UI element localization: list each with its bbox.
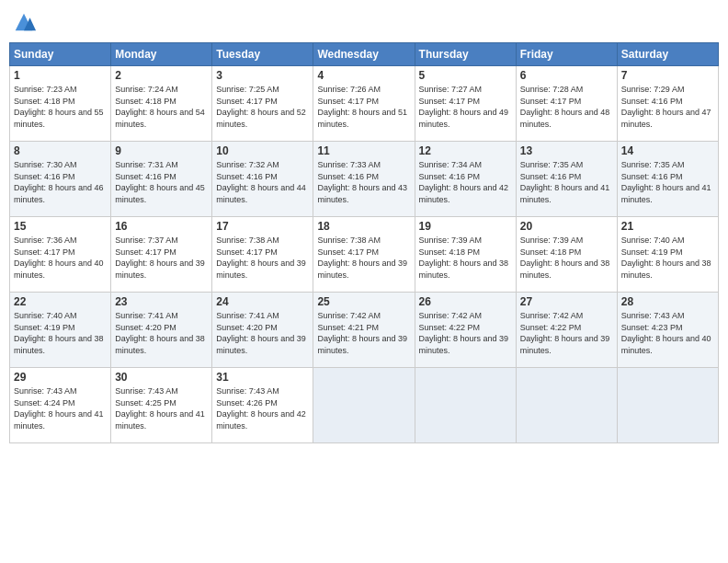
calendar-cell: 28 Sunrise: 7:43 AM Sunset: 4:23 PM Dayl… (617, 293, 718, 368)
calendar-cell: 12 Sunrise: 7:34 AM Sunset: 4:16 PM Dayl… (415, 142, 516, 217)
calendar-cell: 10 Sunrise: 7:32 AM Sunset: 4:16 PM Dayl… (212, 142, 313, 217)
calendar-cell: 1 Sunrise: 7:23 AM Sunset: 4:18 PM Dayli… (10, 66, 111, 142)
day-number: 5 (419, 69, 512, 82)
day-of-week-header: Tuesday (212, 43, 313, 66)
calendar-week-row: 1 Sunrise: 7:23 AM Sunset: 4:18 PM Dayli… (10, 66, 719, 142)
day-number: 8 (14, 144, 107, 157)
cell-info: Sunrise: 7:43 AM Sunset: 4:26 PM Dayligh… (216, 385, 309, 431)
day-number: 26 (419, 295, 512, 308)
calendar-cell: 18 Sunrise: 7:38 AM Sunset: 4:17 PM Dayl… (313, 217, 415, 293)
calendar-week-row: 15 Sunrise: 7:36 AM Sunset: 4:17 PM Dayl… (10, 217, 719, 293)
logo (9, 9, 37, 35)
cell-info: Sunrise: 7:36 AM Sunset: 4:17 PM Dayligh… (14, 235, 107, 281)
calendar-cell: 21 Sunrise: 7:40 AM Sunset: 4:19 PM Dayl… (617, 217, 718, 293)
cell-info: Sunrise: 7:37 AM Sunset: 4:17 PM Dayligh… (115, 235, 208, 281)
cell-info: Sunrise: 7:41 AM Sunset: 4:20 PM Dayligh… (216, 310, 309, 356)
calendar-week-row: 22 Sunrise: 7:40 AM Sunset: 4:19 PM Dayl… (10, 293, 719, 368)
day-of-week-header: Monday (111, 43, 212, 66)
calendar-cell: 8 Sunrise: 7:30 AM Sunset: 4:16 PM Dayli… (10, 142, 111, 217)
cell-info: Sunrise: 7:30 AM Sunset: 4:16 PM Dayligh… (14, 159, 107, 205)
cell-info: Sunrise: 7:23 AM Sunset: 4:18 PM Dayligh… (14, 84, 107, 130)
day-of-week-header: Friday (516, 43, 617, 66)
day-number: 4 (317, 69, 410, 82)
day-number: 29 (14, 371, 107, 384)
cell-info: Sunrise: 7:25 AM Sunset: 4:17 PM Dayligh… (216, 84, 309, 130)
day-number: 21 (621, 220, 714, 233)
calendar-cell: 4 Sunrise: 7:26 AM Sunset: 4:17 PM Dayli… (313, 66, 415, 142)
calendar-cell: 14 Sunrise: 7:35 AM Sunset: 4:16 PM Dayl… (617, 142, 718, 217)
day-number: 7 (621, 69, 714, 82)
cell-info: Sunrise: 7:43 AM Sunset: 4:25 PM Dayligh… (115, 385, 208, 431)
day-number: 28 (621, 295, 714, 308)
day-number: 19 (419, 220, 512, 233)
day-number: 30 (115, 371, 208, 384)
day-number: 10 (216, 144, 309, 157)
calendar-cell: 9 Sunrise: 7:31 AM Sunset: 4:16 PM Dayli… (111, 142, 212, 217)
day-number: 14 (621, 144, 714, 157)
cell-info: Sunrise: 7:43 AM Sunset: 4:23 PM Dayligh… (621, 310, 714, 356)
cell-info: Sunrise: 7:29 AM Sunset: 4:16 PM Dayligh… (621, 84, 714, 130)
cell-info: Sunrise: 7:38 AM Sunset: 4:17 PM Dayligh… (317, 235, 410, 281)
calendar-cell: 7 Sunrise: 7:29 AM Sunset: 4:16 PM Dayli… (617, 66, 718, 142)
calendar-cell: 31 Sunrise: 7:43 AM Sunset: 4:26 PM Dayl… (212, 368, 313, 443)
calendar-week-row: 29 Sunrise: 7:43 AM Sunset: 4:24 PM Dayl… (10, 368, 719, 443)
calendar-cell: 16 Sunrise: 7:37 AM Sunset: 4:17 PM Dayl… (111, 217, 212, 293)
calendar-week-row: 8 Sunrise: 7:30 AM Sunset: 4:16 PM Dayli… (10, 142, 719, 217)
calendar-cell: 2 Sunrise: 7:24 AM Sunset: 4:18 PM Dayli… (111, 66, 212, 142)
day-number: 12 (419, 144, 512, 157)
day-number: 20 (520, 220, 613, 233)
cell-info: Sunrise: 7:35 AM Sunset: 4:16 PM Dayligh… (520, 159, 613, 205)
cell-info: Sunrise: 7:43 AM Sunset: 4:24 PM Dayligh… (14, 385, 107, 431)
day-of-week-header: Wednesday (313, 43, 415, 66)
calendar-cell: 15 Sunrise: 7:36 AM Sunset: 4:17 PM Dayl… (10, 217, 111, 293)
cell-info: Sunrise: 7:38 AM Sunset: 4:17 PM Dayligh… (216, 235, 309, 281)
cell-info: Sunrise: 7:40 AM Sunset: 4:19 PM Dayligh… (621, 235, 714, 281)
calendar-cell: 30 Sunrise: 7:43 AM Sunset: 4:25 PM Dayl… (111, 368, 212, 443)
day-of-week-header: Sunday (10, 43, 111, 66)
calendar-cell: 22 Sunrise: 7:40 AM Sunset: 4:19 PM Dayl… (10, 293, 111, 368)
calendar-cell: 11 Sunrise: 7:33 AM Sunset: 4:16 PM Dayl… (313, 142, 415, 217)
calendar-header-row: SundayMondayTuesdayWednesdayThursdayFrid… (10, 43, 719, 66)
cell-info: Sunrise: 7:35 AM Sunset: 4:16 PM Dayligh… (621, 159, 714, 205)
day-number: 17 (216, 220, 309, 233)
calendar-cell: 29 Sunrise: 7:43 AM Sunset: 4:24 PM Dayl… (10, 368, 111, 443)
day-number: 9 (115, 144, 208, 157)
page-header (9, 9, 719, 35)
cell-info: Sunrise: 7:41 AM Sunset: 4:20 PM Dayligh… (115, 310, 208, 356)
calendar-cell: 6 Sunrise: 7:28 AM Sunset: 4:17 PM Dayli… (516, 66, 617, 142)
day-number: 23 (115, 295, 208, 308)
day-number: 24 (216, 295, 309, 308)
cell-info: Sunrise: 7:42 AM Sunset: 4:22 PM Dayligh… (419, 310, 512, 356)
calendar-cell: 5 Sunrise: 7:27 AM Sunset: 4:17 PM Dayli… (415, 66, 516, 142)
cell-info: Sunrise: 7:27 AM Sunset: 4:17 PM Dayligh… (419, 84, 512, 130)
calendar-cell: 3 Sunrise: 7:25 AM Sunset: 4:17 PM Dayli… (212, 66, 313, 142)
day-number: 1 (14, 69, 107, 82)
calendar-cell (313, 368, 415, 443)
calendar-cell: 20 Sunrise: 7:39 AM Sunset: 4:18 PM Dayl… (516, 217, 617, 293)
day-number: 27 (520, 295, 613, 308)
calendar-cell: 19 Sunrise: 7:39 AM Sunset: 4:18 PM Dayl… (415, 217, 516, 293)
cell-info: Sunrise: 7:26 AM Sunset: 4:17 PM Dayligh… (317, 84, 410, 130)
calendar-cell: 25 Sunrise: 7:42 AM Sunset: 4:21 PM Dayl… (313, 293, 415, 368)
cell-info: Sunrise: 7:39 AM Sunset: 4:18 PM Dayligh… (419, 235, 512, 281)
day-number: 31 (216, 371, 309, 384)
calendar-cell: 27 Sunrise: 7:42 AM Sunset: 4:22 PM Dayl… (516, 293, 617, 368)
day-number: 15 (14, 220, 107, 233)
calendar-cell (516, 368, 617, 443)
cell-info: Sunrise: 7:24 AM Sunset: 4:18 PM Dayligh… (115, 84, 208, 130)
calendar-cell: 23 Sunrise: 7:41 AM Sunset: 4:20 PM Dayl… (111, 293, 212, 368)
calendar-cell: 24 Sunrise: 7:41 AM Sunset: 4:20 PM Dayl… (212, 293, 313, 368)
cell-info: Sunrise: 7:31 AM Sunset: 4:16 PM Dayligh… (115, 159, 208, 205)
day-number: 18 (317, 220, 410, 233)
calendar-cell: 26 Sunrise: 7:42 AM Sunset: 4:22 PM Dayl… (415, 293, 516, 368)
cell-info: Sunrise: 7:42 AM Sunset: 4:22 PM Dayligh… (520, 310, 613, 356)
cell-info: Sunrise: 7:39 AM Sunset: 4:18 PM Dayligh… (520, 235, 613, 281)
calendar-cell: 13 Sunrise: 7:35 AM Sunset: 4:16 PM Dayl… (516, 142, 617, 217)
cell-info: Sunrise: 7:34 AM Sunset: 4:16 PM Dayligh… (419, 159, 512, 205)
cell-info: Sunrise: 7:40 AM Sunset: 4:19 PM Dayligh… (14, 310, 107, 356)
calendar-cell (617, 368, 718, 443)
day-number: 3 (216, 69, 309, 82)
day-number: 16 (115, 220, 208, 233)
logo-icon (11, 9, 37, 35)
calendar-cell: 17 Sunrise: 7:38 AM Sunset: 4:17 PM Dayl… (212, 217, 313, 293)
